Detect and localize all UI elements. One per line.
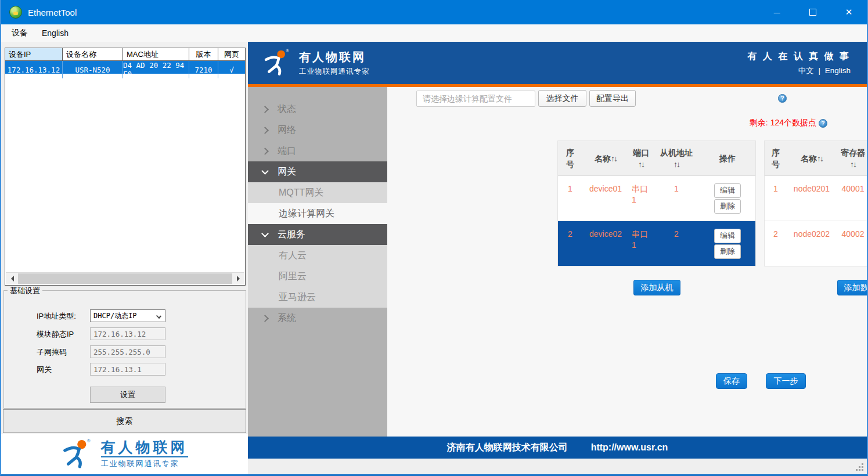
web-logo: ® 有人物联网 工业物联网通讯专家 xyxy=(263,48,370,78)
static-ip-label: 模块静态IP xyxy=(37,329,74,340)
web-body: 状态 网络 端口 网关 MQTT网关 边缘计算网关 云服务 有人云 阿里云 亚马… xyxy=(248,87,867,437)
remaining-datapoints: 剩余: 124个数据点 ? xyxy=(750,118,827,128)
sidebar-item-mqtt-gateway[interactable]: MQTT网关 xyxy=(248,182,387,203)
sidebar-item-system[interactable]: 系统 xyxy=(248,308,387,329)
device-table-hscrollbar[interactable] xyxy=(6,272,244,284)
web-view: ® 有人物联网 工业物联网通讯专家 有 人 在 认 真 做 事 中文 xyxy=(248,42,867,474)
web-header: ® 有人物联网 工业物联网通讯专家 有 人 在 认 真 做 事 中文 xyxy=(248,42,867,84)
device-table-header-mac[interactable]: MAC地址 xyxy=(123,48,189,61)
web-logo-title: 有人物联网 xyxy=(299,49,370,65)
ip-type-select[interactable]: DHCP/动态IP xyxy=(90,309,165,322)
sidebar-item-cloud-service[interactable]: 云服务 xyxy=(248,224,387,245)
menu-item-device[interactable]: 设备 xyxy=(5,24,35,42)
usr-mascot-icon: ® xyxy=(62,438,95,471)
datapoint-table-header: 序号 名称↑↓ 寄存器↑↓ 数值类型↑↓ 操作 xyxy=(765,141,868,176)
next-step-button[interactable]: 下一步 xyxy=(766,373,806,389)
device-table-header: 设备IP 设备名称 MAC地址 版本 网页 xyxy=(5,48,245,61)
col-port[interactable]: 端口↑↓ xyxy=(629,147,653,171)
lang-en-link[interactable]: English xyxy=(825,66,851,75)
datapoint-row[interactable]: 2 node0202 40002 16位无符号 编辑 删除 xyxy=(765,221,868,266)
sort-icon: ↑↓ xyxy=(850,160,856,169)
scroll-right-arrow-icon[interactable] xyxy=(233,273,244,284)
hscroll-thumb[interactable] xyxy=(18,273,232,284)
delete-button[interactable]: 删除 xyxy=(714,244,741,259)
app-window: EthernetTool ─ ✕ 设备 English 设备IP 设备名称 MA… xyxy=(0,0,868,476)
sidebar-item-edge-computing-gateway[interactable]: 边缘计算网关 xyxy=(248,203,387,224)
header-slogan: 有 人 在 认 真 做 事 xyxy=(747,51,851,63)
web-logo-subtitle: 工业物联网通讯专家 xyxy=(299,67,370,77)
chevron-down-icon xyxy=(156,313,161,319)
edit-button[interactable]: 编辑 xyxy=(714,183,741,198)
add-slave-button[interactable]: 添加从机 xyxy=(633,280,680,295)
chevron-down-icon xyxy=(261,167,269,175)
minimize-button[interactable]: ─ xyxy=(759,0,795,24)
device-row[interactable]: 172.16.13.12 USR-N520 D4 AD 20 22 94 F0 … xyxy=(5,61,245,74)
col-name[interactable]: 名称↑↓ xyxy=(787,153,837,164)
slave-row-selected[interactable]: 2 device02 串口1 2 编辑 删除 xyxy=(558,221,755,266)
maximize-button[interactable] xyxy=(795,0,831,24)
help-icon[interactable]: ? xyxy=(778,94,787,103)
app-logo: ® 有人物联网 工业物联网通讯专家 xyxy=(1,434,248,474)
device-table-header-web[interactable]: 网页 xyxy=(218,48,245,61)
sort-icon: ↑↓ xyxy=(817,154,823,163)
device-table-header-ip[interactable]: 设备IP xyxy=(5,48,63,61)
gateway-input[interactable] xyxy=(90,363,165,376)
device-ip-cell: 172.16.13.12 xyxy=(5,61,63,78)
web-sidebar: 状态 网络 端口 网关 MQTT网关 边缘计算网关 云服务 有人云 阿里云 亚马… xyxy=(248,87,387,437)
company-name: 济南有人物联网技术有限公司 xyxy=(447,442,568,454)
close-button[interactable]: ✕ xyxy=(831,0,867,24)
remaining-label: 剩余: xyxy=(750,118,768,128)
sidebar-item-port[interactable]: 端口 xyxy=(248,140,387,161)
add-datapoint-button[interactable]: 添加数据点 xyxy=(837,280,868,295)
lang-zh-link[interactable]: 中文 xyxy=(798,66,814,75)
slave-row[interactable]: 1 device01 串口1 1 编辑 删除 xyxy=(558,176,755,221)
export-config-button[interactable]: 配置导出 xyxy=(589,90,636,107)
resize-grip[interactable] xyxy=(856,463,863,471)
slave-table: 序号 名称↑↓ 端口↑↓ 从机地址↑↓ 操作 1 device01 串口1 1 xyxy=(557,140,756,266)
chevron-right-icon xyxy=(261,147,269,155)
chevron-down-icon xyxy=(261,230,269,237)
sidebar-item-status[interactable]: 状态 xyxy=(248,99,387,120)
choose-file-button[interactable]: 选择文件 xyxy=(538,90,586,107)
search-button[interactable]: 搜索 xyxy=(3,409,246,433)
scroll-left-arrow-icon[interactable] xyxy=(6,273,17,284)
chevron-right-icon xyxy=(261,315,269,322)
col-no: 序号 xyxy=(558,147,582,171)
save-button[interactable]: 保存 xyxy=(716,373,747,389)
subnet-mask-input[interactable] xyxy=(90,345,165,358)
app-logo-title: 有人物联网 xyxy=(101,439,188,456)
static-ip-input[interactable] xyxy=(90,327,165,340)
website-url[interactable]: http://www.usr.cn xyxy=(591,442,668,453)
device-web-link-icon[interactable]: √ xyxy=(218,61,245,78)
ip-type-row: IP地址类型: DHCP/动态IP xyxy=(4,309,246,322)
device-table-header-name[interactable]: 设备名称 xyxy=(63,48,123,61)
menu-item-english[interactable]: English xyxy=(35,24,75,42)
sidebar-item-ali-cloud[interactable]: 阿里云 xyxy=(248,266,387,287)
sidebar-item-network[interactable]: 网络 xyxy=(248,120,387,140)
col-name[interactable]: 名称↑↓ xyxy=(582,153,629,164)
col-slave-addr[interactable]: 从机地址↑↓ xyxy=(653,147,700,171)
datapoint-row[interactable]: 1 node0201 40001 16位无符号 编辑 删除 xyxy=(765,176,868,221)
sidebar-item-gateway[interactable]: 网关 xyxy=(248,161,387,182)
help-icon[interactable]: ? xyxy=(819,119,827,128)
left-panel: 设备IP 设备名称 MAC地址 版本 网页 172.16.13.12 USR-N… xyxy=(1,42,248,474)
svg-text:®: ® xyxy=(286,49,289,53)
bottom-strip xyxy=(248,459,867,474)
sort-icon: ↑↓ xyxy=(638,160,644,169)
window-controls: ─ ✕ xyxy=(759,0,867,24)
slave-table-header: 序号 名称↑↓ 端口↑↓ 从机地址↑↓ 操作 xyxy=(558,141,755,176)
lang-divider: | xyxy=(818,66,820,75)
delete-button[interactable]: 删除 xyxy=(714,199,741,214)
basic-settings-legend: 基础设置 xyxy=(8,286,42,296)
device-mac-cell: D4 AD 20 22 94 F0 xyxy=(123,61,189,78)
sidebar-item-amazon-cloud[interactable]: 亚马逊云 xyxy=(248,287,387,308)
set-button[interactable]: 设置 xyxy=(90,387,165,403)
basic-settings-group: 基础设置 IP地址类型: DHCP/动态IP 模块静态IP 子网掩码 网关 设 xyxy=(3,290,246,409)
col-register[interactable]: 寄存器↑↓ xyxy=(837,147,868,171)
edit-button[interactable]: 编辑 xyxy=(714,229,741,243)
menu-bar: 设备 English xyxy=(1,24,867,42)
config-file-input[interactable] xyxy=(416,91,535,107)
device-table-header-version[interactable]: 版本 xyxy=(189,48,218,61)
subnet-mask-row: 子网掩码 xyxy=(4,345,246,358)
sidebar-item-usr-cloud[interactable]: 有人云 xyxy=(248,245,387,266)
